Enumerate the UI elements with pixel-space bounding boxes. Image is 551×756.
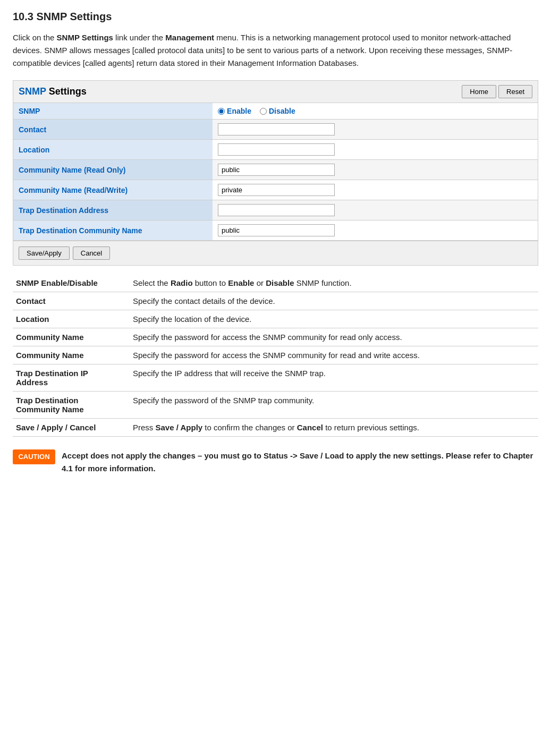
trap-addr-control: [213, 200, 538, 220]
trap-addr-label: Trap Destination Address: [13, 200, 213, 220]
enable-label[interactable]: Enable: [218, 107, 251, 115]
location-label: Location: [13, 140, 213, 160]
desc-term-community-read: Community Name: [13, 328, 130, 346]
trap-addr-input[interactable]: [218, 204, 335, 216]
trap-community-control: [213, 220, 538, 241]
community-rw-input[interactable]: [218, 184, 335, 196]
location-input[interactable]: [218, 143, 335, 156]
desc-trap-community: Trap Destination Community Name Specify …: [13, 392, 538, 419]
desc-save-apply: Save / Apply / Cancel Press Save / Apply…: [13, 419, 538, 437]
desc-community-rw: Community Name Specify the password for …: [13, 346, 538, 364]
caution-section: CAUTION Accept does not apply the change…: [13, 449, 538, 475]
snmp-label: SNMP: [13, 103, 213, 120]
snmp-box-header: SNMP Settings Home Reset: [13, 81, 538, 103]
desc-contact: Contact Specify the contact details of t…: [13, 292, 538, 310]
contact-control: [213, 120, 538, 140]
trap-community-label: Trap Destination Community Name: [13, 220, 213, 241]
settings-table: SNMP Enable Disable Contact: [13, 103, 538, 241]
community-read-label: Community Name (Read Only): [13, 160, 213, 180]
contact-input[interactable]: [218, 123, 335, 135]
community-read-control: [213, 160, 538, 180]
snmp-radio-group: Enable Disable: [218, 107, 532, 115]
snmp-row: SNMP Enable Disable: [13, 103, 538, 120]
community-rw-label: Community Name (Read/Write): [13, 180, 213, 200]
snmp-settings-box: SNMP Settings Home Reset SNMP Enable Dis…: [13, 80, 538, 266]
desc-term-location: Location: [13, 310, 130, 328]
enable-radio[interactable]: [218, 108, 225, 115]
desc-term-snmp-enable: SNMP Enable/Disable: [13, 274, 130, 292]
location-row: Location: [13, 140, 538, 160]
desc-term-save-apply: Save / Apply / Cancel: [13, 419, 130, 437]
community-rw-row: Community Name (Read/Write): [13, 180, 538, 200]
community-read-row: Community Name (Read Only): [13, 160, 538, 180]
page-title: 10.3 SNMP Settings: [13, 11, 538, 23]
home-button[interactable]: Home: [462, 85, 496, 98]
location-control: [213, 140, 538, 160]
trap-community-input[interactable]: [218, 224, 335, 236]
desc-def-contact: Specify the contact details of the devic…: [130, 292, 538, 310]
desc-trap-ip: Trap Destination IP Address Specify the …: [13, 364, 538, 392]
desc-community-read: Community Name Specify the password for …: [13, 328, 538, 346]
desc-term-community-rw: Community Name: [13, 346, 130, 364]
desc-def-community-read: Specify the password for access the SNMP…: [130, 328, 538, 346]
desc-def-save-apply: Press Save / Apply to confirm the change…: [130, 419, 538, 437]
caution-badge: CAUTION: [13, 449, 55, 464]
snmp-box-title: SNMP Settings: [19, 86, 87, 97]
desc-snmp-enable: SNMP Enable/Disable Select the Radio but…: [13, 274, 538, 292]
disable-label[interactable]: Disable: [260, 107, 295, 115]
description-table: SNMP Enable/Disable Select the Radio but…: [13, 274, 538, 437]
trap-community-row: Trap Destination Community Name: [13, 220, 538, 241]
desc-term-trap-community: Trap Destination Community Name: [13, 392, 130, 419]
save-apply-button[interactable]: Save/Apply: [19, 247, 70, 260]
desc-def-trap-ip: Specify the IP address that will receive…: [130, 364, 538, 392]
desc-def-snmp-enable: Select the Radio button to Enable or Dis…: [130, 274, 538, 292]
desc-term-contact: Contact: [13, 292, 130, 310]
intro-paragraph: Click on the SNMP Settings link under th…: [13, 31, 538, 70]
contact-label: Contact: [13, 120, 213, 140]
trap-addr-row: Trap Destination Address: [13, 200, 538, 220]
caution-text: Accept does not apply the changes – you …: [62, 449, 538, 475]
reset-button[interactable]: Reset: [498, 85, 532, 98]
desc-def-trap-community: Specify the password of the SNMP trap co…: [130, 392, 538, 419]
desc-def-location: Specify the location of the device.: [130, 310, 538, 328]
contact-row: Contact: [13, 120, 538, 140]
disable-radio[interactable]: [260, 108, 267, 115]
community-rw-control: [213, 180, 538, 200]
snmp-control: Enable Disable: [213, 103, 538, 120]
header-buttons: Home Reset: [462, 85, 532, 98]
desc-term-trap-ip: Trap Destination IP Address: [13, 364, 130, 392]
community-read-input[interactable]: [218, 164, 335, 176]
cancel-button[interactable]: Cancel: [73, 247, 110, 260]
action-row: Save/Apply Cancel: [13, 241, 538, 265]
desc-def-community-rw: Specify the password for access the SNMP…: [130, 346, 538, 364]
desc-location: Location Specify the location of the dev…: [13, 310, 538, 328]
